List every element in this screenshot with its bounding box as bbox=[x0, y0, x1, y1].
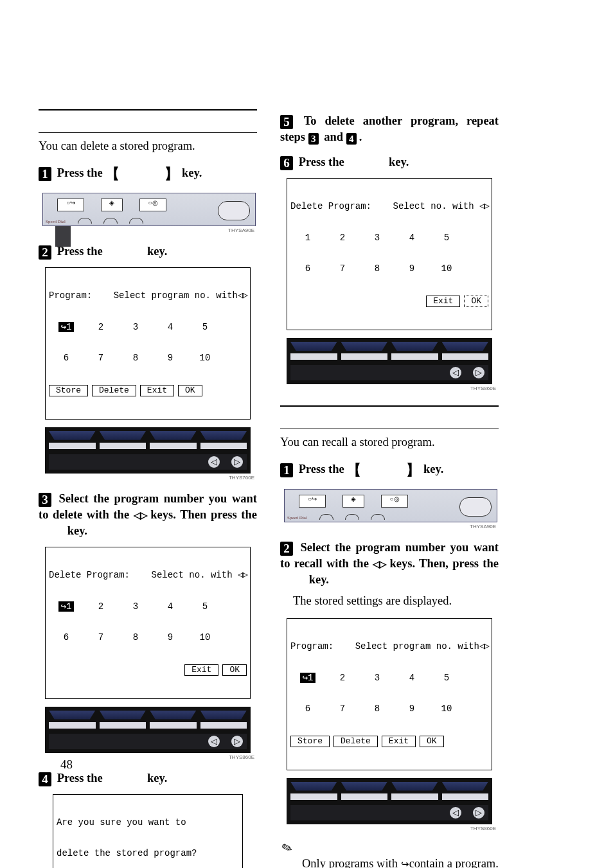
fn-panel-r2: ◁ ▷ bbox=[287, 778, 492, 824]
fn-panel-1: ◁ ▷ bbox=[45, 427, 251, 474]
right-arrow-icon: ▷ bbox=[473, 367, 484, 378]
lcd1-btn-exit: Exit bbox=[140, 385, 174, 396]
step-3-b: keys. Then press the bbox=[147, 508, 257, 521]
lcd1-c2: 2 bbox=[84, 322, 118, 332]
step-4-text-a: Press the bbox=[57, 772, 106, 784]
step-4-text-b: key. bbox=[144, 772, 167, 784]
right-column: 5 To delete another program, repeat step… bbox=[280, 109, 499, 868]
store-arrow-icon: ↪ bbox=[401, 858, 409, 868]
step-r2-b: keys. Then, press the bbox=[386, 557, 499, 570]
panel-slot-3: ○◎ bbox=[381, 495, 408, 508]
lcdr1-c3: 3 bbox=[360, 233, 395, 243]
figure-id-r2: THYSA90E bbox=[280, 524, 496, 529]
lcdr1-c2: 2 bbox=[325, 233, 360, 243]
lcd1-c8: 8 bbox=[118, 353, 153, 363]
lcd3-l2: delete the stored program? bbox=[57, 848, 239, 858]
step-r2-c: key. bbox=[306, 573, 329, 586]
lcd1-c10: 10 bbox=[188, 353, 222, 363]
lcdr2-c8: 8 bbox=[360, 704, 395, 714]
lcdr1-c10: 10 bbox=[429, 263, 464, 274]
intro-text-2: You can recall a stored program. bbox=[280, 434, 499, 450]
lcd2-btn-ok: OK bbox=[222, 664, 247, 676]
lr-icon: ◁▷ bbox=[238, 291, 247, 301]
lcdr1-c7: 7 bbox=[325, 263, 360, 274]
lcdr2-c9: 9 bbox=[395, 704, 429, 714]
lcdr1-c6: 6 bbox=[290, 263, 325, 274]
page-number: 48 bbox=[60, 757, 73, 772]
section-subrule bbox=[39, 132, 257, 133]
lcd1-c6: 6 bbox=[49, 353, 84, 363]
fn-panel-r1: ◁ ▷ bbox=[287, 338, 492, 384]
lcdr2-btn-exit: Exit bbox=[382, 736, 416, 747]
step-num-2: 2 bbox=[39, 245, 51, 260]
lcdr2-btn-delete: Delete bbox=[333, 736, 378, 747]
step-6-text-b: key. bbox=[386, 155, 409, 168]
note-2: Only programs with ↪contain a program. bbox=[302, 856, 499, 868]
lcd1-r: Select program no. with bbox=[114, 290, 238, 301]
panel-big-button bbox=[218, 201, 250, 220]
left-arrow-icon: ◁ bbox=[450, 367, 461, 378]
panel-slot-3: ○◎ bbox=[139, 199, 166, 211]
pencil-icon: ✎ bbox=[280, 838, 295, 856]
step-r1-text-a: Press the bbox=[299, 463, 348, 475]
step-1-text-a: Press the bbox=[57, 166, 106, 179]
step-4: 4 Press the key. bbox=[39, 770, 257, 786]
step-num-4: 4 bbox=[39, 772, 51, 786]
lcd2-cell-sel: ↪1 bbox=[58, 601, 75, 612]
lcd2-c2: 2 bbox=[84, 601, 118, 612]
lcd2-c6: 6 bbox=[49, 632, 84, 642]
lcdr1-c8: 8 bbox=[360, 263, 395, 274]
left-arrow-icon: ◁ bbox=[208, 736, 220, 747]
lcdr1-c5: 5 bbox=[429, 233, 464, 243]
fn-panel-2: ◁ ▷ bbox=[45, 707, 251, 753]
lcdr2-c6: 6 bbox=[290, 704, 325, 714]
panel-slot-1: ○↪ bbox=[299, 495, 326, 508]
lcdr2-btn-ok: OK bbox=[420, 736, 444, 747]
lcdr2-c7: 7 bbox=[325, 704, 360, 714]
lcdr1-btn-exit: Exit bbox=[426, 296, 460, 307]
step-num-1: 1 bbox=[39, 167, 51, 181]
step-r1-text-b: key. bbox=[420, 463, 443, 475]
step-num-r2: 2 bbox=[280, 542, 293, 556]
lcd1-l: Program: bbox=[49, 290, 92, 301]
lcd-screen-r1: Delete Program: Select no. with ◁▷ 1 2 3… bbox=[287, 178, 492, 330]
step-6: 6 Press the key. bbox=[280, 154, 499, 170]
lcd1-btn-ok: OK bbox=[178, 385, 202, 396]
top-panel-figure-2: ○↪ ◈ ○◎ Speed Dial bbox=[284, 489, 497, 522]
lcd1-c9: 9 bbox=[153, 353, 188, 363]
step-2-text-b: key. bbox=[144, 245, 167, 258]
lcdr2-c2: 2 bbox=[325, 673, 360, 683]
section-rule bbox=[39, 109, 257, 111]
section-rule-2 bbox=[280, 405, 499, 407]
step-num-3: 3 bbox=[39, 493, 51, 507]
figure-id-r1: THYS860E bbox=[280, 385, 496, 391]
step-1: 1 Press the 【】 key. bbox=[39, 164, 257, 184]
lcd2-r: Select no. with bbox=[152, 570, 238, 580]
lr-icon: ◁▷ bbox=[479, 202, 488, 212]
lcdr2-c3: 3 bbox=[360, 673, 395, 683]
lr-icon: ◁▷ bbox=[238, 571, 247, 581]
lcd1-c4: 4 bbox=[153, 322, 188, 332]
right-arrow-icon: ▷ bbox=[231, 456, 243, 468]
lcd-screen-2: Delete Program: Select no. with ◁▷ ↪1 2 … bbox=[45, 547, 251, 699]
lcd1-c5: 5 bbox=[188, 322, 222, 332]
lcd1-cell-sel: ↪1 bbox=[58, 322, 75, 332]
lcd2-btn-exit: Exit bbox=[184, 664, 218, 676]
lcd-screen-r2: Program: Select program no. with◁▷ ↪1 2 … bbox=[287, 618, 492, 770]
step-6-text-a: Press the bbox=[299, 155, 348, 168]
note-2b: contain a program. bbox=[409, 857, 499, 868]
lcd1-btn-delete: Delete bbox=[92, 385, 136, 396]
lcd2-l: Delete Program: bbox=[49, 570, 130, 581]
step-5-tail: . bbox=[359, 130, 362, 143]
panel-big-button bbox=[459, 497, 492, 517]
right-bracket-icon: 】 bbox=[164, 166, 179, 182]
lcd2-c4: 4 bbox=[153, 601, 188, 612]
lcdr1-r: Select no. with bbox=[393, 201, 479, 211]
figure-id: THYSA90E bbox=[39, 227, 254, 233]
step-num-5: 5 bbox=[280, 115, 293, 129]
lcd-screen-1: Program: Select program no. with◁▷ ↪1 2 … bbox=[45, 267, 251, 420]
step-3-c: key. bbox=[64, 524, 87, 537]
lcdr1-c1: 1 bbox=[290, 233, 325, 243]
lr-icon: ◁▷ bbox=[373, 558, 386, 571]
panel-bumps bbox=[319, 514, 385, 520]
